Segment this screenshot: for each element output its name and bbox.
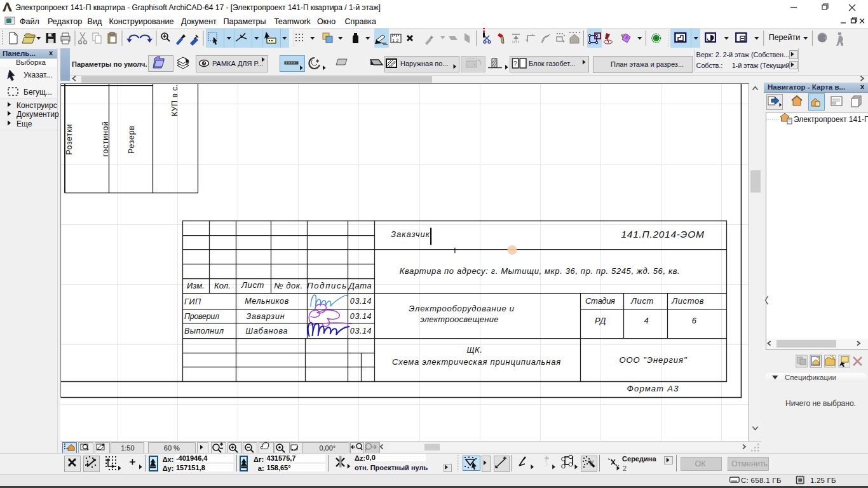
- svg-text:03.14: 03.14: [350, 297, 372, 306]
- svg-text:Схема электрическая принципиал: Схема электрическая принципиальная: [392, 357, 561, 367]
- svg-text:Заказчик: Заказчик: [391, 229, 430, 239]
- svg-text:03.14: 03.14: [350, 327, 372, 336]
- svg-text:Лист: Лист: [241, 280, 264, 290]
- svg-text:ЩК.: ЩК.: [466, 345, 482, 355]
- svg-text:КУП в с.: КУП в с.: [170, 85, 179, 116]
- svg-text:Изм.: Изм.: [187, 281, 205, 290]
- svg-text:Формат А3: Формат А3: [627, 384, 679, 393]
- svg-text:Проверил: Проверил: [184, 312, 219, 321]
- svg-text:03.14: 03.14: [350, 312, 372, 321]
- svg-text:Выполнил: Выполнил: [184, 327, 224, 336]
- svg-text:Розетки: Розетки: [65, 124, 74, 155]
- svg-text:Шабанова: Шабанова: [246, 327, 288, 336]
- svg-text:Электрооборудование и: Электрооборудование и: [409, 304, 514, 313]
- svg-text:Кол.: Кол.: [214, 281, 231, 290]
- svg-text:гостиной: гостиной: [101, 121, 110, 156]
- svg-text:Мельников: Мельников: [245, 297, 289, 306]
- svg-text:Заварзин: Заварзин: [247, 312, 285, 321]
- svg-text:Квартира по адресу: г. Мытищи,: Квартира по адресу: г. Мытищи, мкр. 36, …: [400, 266, 681, 276]
- svg-text:ГИП: ГИП: [184, 297, 201, 306]
- svg-text:Лист: Лист: [630, 296, 654, 306]
- svg-text:ООО "Энергия": ООО "Энергия": [619, 355, 688, 365]
- svg-text:Резерв: Резерв: [127, 125, 136, 154]
- svg-text:Подпись: Подпись: [307, 281, 348, 290]
- svg-text:4: 4: [644, 316, 649, 325]
- svg-text:№ док.: № док.: [274, 281, 302, 290]
- svg-text:Стадия: Стадия: [585, 296, 615, 306]
- svg-text:электроосвещение: электроосвещение: [420, 315, 498, 324]
- svg-text:Листов: Листов: [671, 296, 704, 306]
- svg-text:РД: РД: [595, 316, 606, 325]
- svg-text:6: 6: [692, 316, 697, 325]
- svg-text:141.П.2014-ЭОМ: 141.П.2014-ЭОМ: [621, 229, 705, 240]
- svg-text:Дата: Дата: [348, 281, 372, 290]
